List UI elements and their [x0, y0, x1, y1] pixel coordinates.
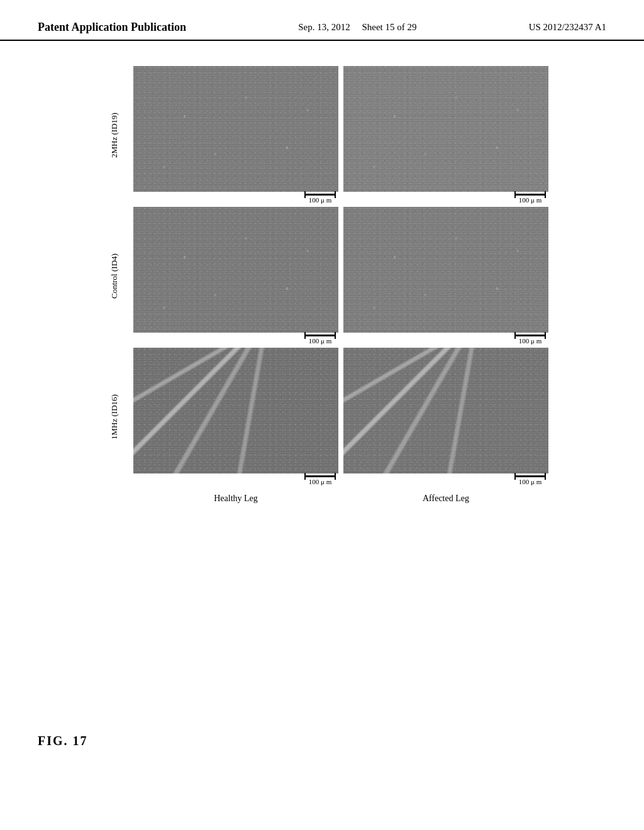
scale-bar-text-r3-left: 100 μ m — [309, 478, 331, 485]
scale-bar-text-r2-right: 100 μ m — [519, 337, 541, 345]
scale-bar-line-r3-right — [514, 475, 546, 477]
image-cell-r2-right: 100 μ m — [343, 207, 548, 345]
col-label-healthy: Healthy Leg — [133, 494, 338, 504]
microscope-image-r3-right — [343, 348, 548, 473]
scale-bar-text-r1-left: 100 μ m — [309, 196, 331, 204]
scale-bar-line-r1-right — [514, 194, 546, 196]
publication-title: Patent Application Publication — [38, 20, 186, 35]
scale-bar-container-r2-right: 100 μ m — [343, 333, 548, 345]
scale-bar-r3-right: 100 μ m — [514, 475, 546, 485]
row-1mhz: 1MHz (ID16) 100 μ m — [96, 348, 548, 486]
image-cell-r2-left: 100 μ m — [133, 207, 338, 345]
scale-bar-text-r2-left: 100 μ m — [309, 337, 331, 345]
microscope-image-r1-right — [343, 66, 548, 192]
sheet-number: Sheet 15 of 29 — [362, 22, 416, 32]
scale-bar-text-r3-right: 100 μ m — [519, 478, 541, 485]
scale-bar-r2-left: 100 μ m — [304, 335, 336, 345]
figure-container: 2MHz (ID19) 100 μ m — [96, 66, 548, 504]
row-control: Control (ID4) 100 μ m — [96, 207, 548, 345]
scale-bar-line-r2-right — [514, 335, 546, 336]
image-cell-r1-left: 100 μ m — [133, 66, 338, 204]
scale-bar-r1-left: 100 μ m — [304, 194, 336, 204]
scale-bar-r2-right: 100 μ m — [514, 335, 546, 345]
scale-bar-line-r3-left — [304, 475, 336, 477]
microscope-image-r3-left — [133, 348, 338, 473]
scale-bar-container-r3-left: 100 μ m — [133, 473, 338, 486]
col-label-affected: Affected Leg — [343, 494, 548, 504]
scale-bar-r1-right: 100 μ m — [514, 194, 546, 204]
main-content: 2MHz (ID19) 100 μ m — [0, 41, 644, 504]
scale-bar-r3-left: 100 μ m — [304, 475, 336, 485]
images-pair-row2: 100 μ m 100 μ m — [133, 207, 548, 345]
microscope-image-r2-right — [343, 207, 548, 333]
column-labels: Healthy Leg Affected Leg — [96, 494, 548, 504]
scale-bar-container-r3-right: 100 μ m — [343, 473, 548, 486]
row-label-1mhz: 1MHz (ID16) — [96, 348, 133, 486]
col-labels-pair: Healthy Leg Affected Leg — [133, 494, 548, 504]
scale-bar-text-r1-right: 100 μ m — [519, 196, 541, 204]
scale-bar-line-r1-left — [304, 194, 336, 196]
image-cell-r1-right: 100 μ m — [343, 66, 548, 204]
header-center: Sep. 13, 2012 Sheet 15 of 29 — [298, 20, 416, 35]
scale-bar-line-r2-left — [304, 335, 336, 336]
page-header: Patent Application Publication Sep. 13, … — [0, 0, 644, 41]
row-label-2mhz: 2MHz (ID19) — [96, 66, 133, 204]
image-cell-r3-left: 100 μ m — [133, 348, 338, 486]
microscope-image-r1-left — [133, 66, 338, 192]
images-pair-row3: 100 μ m 100 μ m — [133, 348, 548, 486]
figure-title-line1: FIG. 17 — [38, 734, 88, 748]
figure-title-container: FIG. 17 — [38, 734, 88, 748]
image-cell-r3-right: 100 μ m — [343, 348, 548, 486]
row-2mhz: 2MHz (ID19) 100 μ m — [96, 66, 548, 204]
microscope-image-r2-left — [133, 207, 338, 333]
images-pair-row1: 100 μ m 100 μ m — [133, 66, 548, 204]
scale-bar-container-r1-right: 100 μ m — [343, 192, 548, 204]
row-label-control: Control (ID4) — [96, 207, 133, 345]
patent-number: US 2012/232437 A1 — [529, 20, 606, 35]
scale-bar-container-r1-left: 100 μ m — [133, 192, 338, 204]
publication-date: Sep. 13, 2012 — [298, 22, 350, 32]
scale-bar-container-r2-left: 100 μ m — [133, 333, 338, 345]
